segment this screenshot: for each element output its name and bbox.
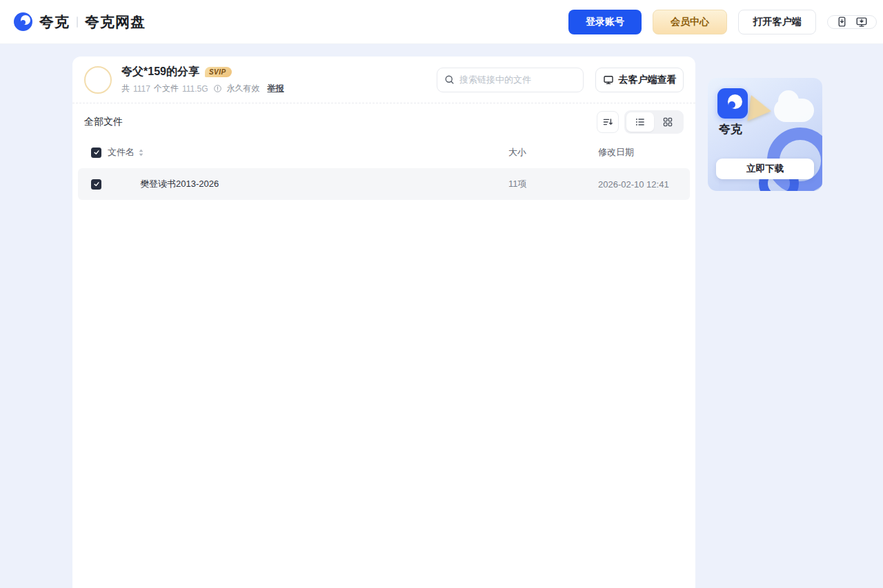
phone-download-icon[interactable] [836,16,848,28]
column-header-modified: 修改日期 [598,146,695,159]
app-download-card[interactable]: 夸克 立即下载 [708,78,822,191]
file-size: 11项 [508,178,598,190]
grid-view-button[interactable] [654,112,682,132]
membership-button[interactable]: 会员中心 [653,10,727,34]
share-info-header: 夸父*159的分享 SVIP 共 1117 个文件 111.5G 永久有效 举报 [72,57,695,103]
file-row[interactable]: 樊登读书2013-2026 11项 2026-02-10 12:41 [78,168,690,200]
download-now-button[interactable]: 立即下载 [716,159,814,179]
file-count-prefix: 共 [121,83,130,94]
total-size: 111.5G [182,84,208,94]
view-mode-toggle [624,110,684,134]
top-header: 夸克 夸克网盘 登录账号 会员中心 打开客户端 [0,0,883,44]
file-count-suffix: 个文件 [154,83,179,94]
list-view-button[interactable] [626,112,654,132]
brand-name: 夸克 [39,12,70,32]
share-title: 夸父*159的分享 [121,65,199,79]
column-header-name[interactable]: 文件名 [108,146,135,159]
promo-app-name: 夸克 [719,121,742,137]
search-box [437,68,584,92]
sharer-avatar [84,66,112,94]
validity-label: 永久有效 [227,83,260,94]
view-in-client-button[interactable]: 去客户端查看 [595,68,684,92]
play-decoration-icon [748,95,773,124]
select-all-checkbox[interactable] [91,148,101,158]
section-title: 全部文件 [84,116,123,128]
folder-icon-placeholder [110,173,132,195]
quark-app-icon [717,88,748,119]
desktop-download-icon[interactable] [855,16,868,28]
login-button[interactable]: 登录账号 [568,10,642,34]
brand-divider [77,17,78,28]
search-icon [444,74,455,85]
sort-arrows-icon[interactable] [138,148,144,157]
cloud-decoration-icon [774,99,814,122]
open-client-button[interactable]: 打开客户端 [738,10,816,34]
brand[interactable]: 夸克 夸克网盘 [14,12,146,32]
files-toolbar: 全部文件 [72,105,695,139]
monitor-icon [603,74,614,85]
quark-logo-icon [14,12,32,31]
search-input[interactable] [459,74,576,85]
column-header-size: 大小 [508,146,598,159]
sort-button[interactable] [597,111,619,133]
header-actions: 登录账号 会员中心 打开客户端 [568,10,877,34]
share-meta: 夸父*159的分享 SVIP 共 1117 个文件 111.5G 永久有效 举报 [121,65,284,94]
file-table-header: 文件名 大小 修改日期 [72,139,695,165]
share-content-panel: 夸父*159的分享 SVIP 共 1117 个文件 111.5G 永久有效 举报 [72,57,695,588]
brand-product-name: 夸克网盘 [85,12,146,32]
file-modified-date: 2026-02-10 12:41 [598,179,690,190]
file-name[interactable]: 樊登读书2013-2026 [140,178,219,190]
info-icon [213,84,222,93]
view-in-client-label: 去客户端查看 [619,74,677,86]
download-links-group [827,15,877,29]
report-link[interactable]: 举报 [268,83,284,94]
svip-badge: SVIP [205,67,232,77]
row-checkbox[interactable] [91,179,101,190]
file-count: 1117 [133,84,150,94]
share-subinfo: 共 1117 个文件 111.5G 永久有效 举报 [121,83,284,94]
